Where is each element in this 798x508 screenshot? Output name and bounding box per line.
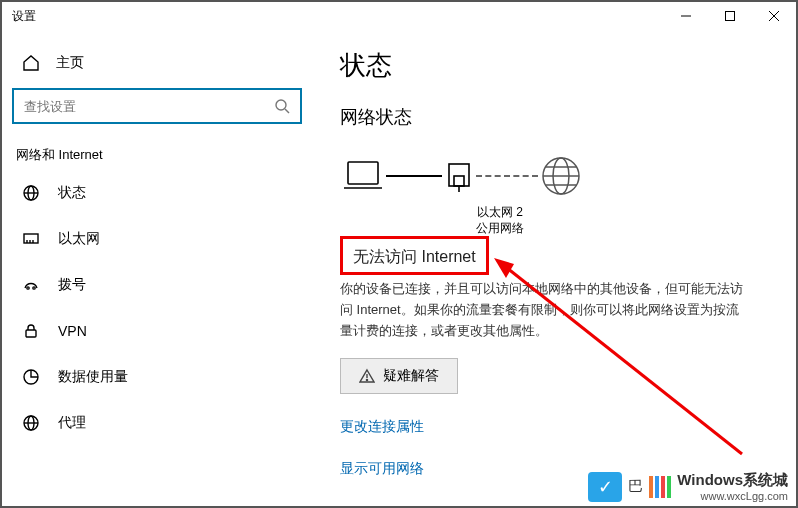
status-highlight: 无法访问 Internet (340, 236, 489, 275)
svg-line-5 (285, 109, 289, 113)
watermark-logo (649, 476, 671, 498)
sidebar-item-label: 状态 (58, 184, 86, 202)
sidebar: 主页 网络和 Internet 状态 以太网 拨号 VPN (2, 30, 312, 506)
sidebar-item-status[interactable]: 状态 (2, 170, 312, 216)
search-icon (274, 98, 290, 114)
adapter-profile: 公用网络 (460, 221, 540, 237)
search-input[interactable] (12, 88, 302, 124)
watermark-letter: 巴 (628, 477, 643, 496)
home-icon (22, 54, 40, 72)
main-content: 状态 网络状态 以太网 2 公用网络 无法访问 Internet 你的设备已连接… (312, 30, 796, 506)
sidebar-item-datausage[interactable]: 数据使用量 (2, 354, 312, 400)
page-title: 状态 (340, 48, 768, 83)
share-icon: ✓ (588, 472, 622, 502)
category-heading: 网络和 Internet (2, 136, 312, 170)
change-properties-link[interactable]: 更改连接属性 (340, 418, 768, 436)
sidebar-item-label: 拨号 (58, 276, 86, 294)
datausage-icon (22, 368, 40, 386)
search-field[interactable] (24, 99, 274, 114)
troubleshoot-button[interactable]: 疑难解答 (340, 358, 458, 394)
home-label: 主页 (56, 54, 84, 72)
svg-rect-1 (726, 12, 735, 21)
sidebar-item-label: 以太网 (58, 230, 100, 248)
troubleshoot-label: 疑难解答 (383, 367, 439, 385)
network-diagram (340, 153, 768, 199)
svg-rect-22 (449, 164, 469, 186)
proxy-icon (22, 414, 40, 432)
router-icon (442, 156, 476, 196)
sidebar-item-proxy[interactable]: 代理 (2, 400, 312, 446)
sidebar-item-vpn[interactable]: VPN (2, 308, 312, 354)
connection-dashed (476, 175, 538, 177)
section-title: 网络状态 (340, 105, 768, 129)
sidebar-item-label: 数据使用量 (58, 368, 128, 386)
adapter-name: 以太网 2 (460, 205, 540, 221)
vpn-icon (22, 322, 40, 340)
svg-rect-9 (24, 234, 38, 243)
status-text: 无法访问 Internet (353, 248, 476, 265)
svg-point-4 (276, 100, 286, 110)
watermark: ✓ 巴 Windows系统城 www.wxcLgg.com (588, 471, 788, 502)
svg-rect-15 (26, 330, 36, 337)
svg-point-14 (33, 287, 35, 289)
minimize-button[interactable] (664, 2, 708, 30)
warning-icon (359, 368, 375, 384)
svg-rect-23 (454, 176, 464, 186)
titlebar: 设置 (2, 2, 796, 30)
app-title: 设置 (12, 8, 36, 25)
svg-rect-20 (348, 162, 378, 184)
dialup-icon (22, 276, 40, 294)
status-icon (22, 184, 40, 202)
close-button[interactable] (752, 2, 796, 30)
globe-icon (538, 153, 584, 199)
svg-point-31 (366, 379, 367, 380)
watermark-url: www.wxcLgg.com (677, 490, 788, 502)
ethernet-icon (22, 230, 40, 248)
window-controls (664, 2, 796, 30)
sidebar-item-label: 代理 (58, 414, 86, 432)
sidebar-item-label: VPN (58, 323, 87, 339)
device-icon (340, 156, 386, 196)
home-nav[interactable]: 主页 (2, 44, 312, 82)
watermark-brand: Windows系统城 (677, 471, 788, 488)
connection-line (386, 175, 442, 177)
svg-point-13 (27, 287, 29, 289)
status-description: 你的设备已连接，并且可以访问本地网络中的其他设备，但可能无法访问 Interne… (340, 279, 750, 341)
sidebar-item-dialup[interactable]: 拨号 (2, 262, 312, 308)
maximize-button[interactable] (708, 2, 752, 30)
sidebar-item-ethernet[interactable]: 以太网 (2, 216, 312, 262)
